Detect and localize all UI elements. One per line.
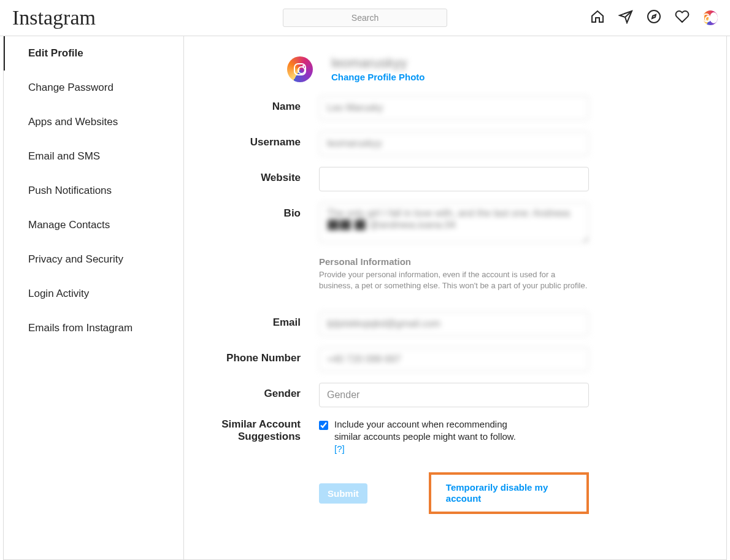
similar-suggestions-label: Similar Account Suggestions [221, 418, 319, 443]
settings-container: Edit Profile Change Password Apps and We… [3, 36, 727, 560]
similar-suggestions-text: Include your account when recommending s… [334, 418, 518, 456]
search-wrap [283, 9, 447, 27]
gender-input[interactable] [319, 383, 589, 407]
edit-profile-form: leomaruskyy Change Profile Photo Name Us… [184, 36, 726, 559]
settings-sidebar: Edit Profile Change Password Apps and We… [4, 36, 184, 559]
profile-avatar-icon[interactable] [703, 10, 718, 25]
bio-label: Bio [221, 202, 319, 220]
website-label: Website [221, 167, 319, 184]
top-nav: Instagram [0, 0, 730, 36]
bio-input[interactable] [319, 202, 589, 243]
email-label: Email [221, 312, 319, 329]
disable-account-highlight: Temporarily disable my account [429, 472, 589, 514]
svg-point-1 [648, 10, 660, 23]
profile-avatar[interactable] [287, 56, 313, 82]
sidebar-item-manage-contacts[interactable]: Manage Contacts [4, 208, 183, 242]
similar-suggestions-help-link[interactable]: [?] [334, 443, 345, 454]
svg-marker-2 [652, 15, 656, 18]
explore-icon[interactable] [647, 9, 661, 26]
profile-header: leomaruskyy Change Profile Photo [287, 56, 690, 82]
sidebar-item-emails-from-instagram[interactable]: Emails from Instagram [4, 311, 183, 345]
username-label: Username [221, 131, 319, 148]
sidebar-item-email-sms[interactable]: Email and SMS [4, 139, 183, 174]
sidebar-item-change-password[interactable]: Change Password [4, 71, 183, 105]
email-input[interactable] [319, 312, 589, 336]
phone-label: Phone Number [221, 347, 319, 364]
sidebar-item-edit-profile[interactable]: Edit Profile [4, 36, 183, 71]
disable-account-link[interactable]: Temporarily disable my account [446, 482, 548, 504]
similar-suggestions-checkbox[interactable] [319, 421, 328, 430]
brand-logo[interactable]: Instagram [12, 6, 96, 29]
sidebar-item-privacy-security[interactable]: Privacy and Security [4, 242, 183, 277]
send-icon[interactable] [618, 9, 633, 26]
home-icon[interactable] [590, 9, 605, 26]
nav-icons [590, 9, 718, 26]
change-profile-photo-link[interactable]: Change Profile Photo [331, 72, 425, 82]
name-input[interactable] [319, 96, 589, 120]
heart-icon[interactable] [675, 9, 690, 26]
profile-username: leomaruskyy [331, 56, 425, 71]
name-label: Name [221, 96, 319, 113]
sidebar-item-apps-websites[interactable]: Apps and Websites [4, 105, 183, 139]
search-input[interactable] [283, 9, 447, 27]
gender-label: Gender [221, 383, 319, 400]
personal-info-title: Personal Information [319, 256, 589, 267]
sidebar-item-push-notifications[interactable]: Push Notifications [4, 174, 183, 208]
submit-button[interactable]: Submit [319, 483, 367, 504]
username-input[interactable] [319, 131, 589, 156]
sidebar-item-login-activity[interactable]: Login Activity [4, 277, 183, 311]
website-input[interactable] [319, 167, 589, 191]
phone-input[interactable] [319, 347, 589, 372]
personal-info-desc: Provide your personal information, even … [319, 269, 589, 291]
